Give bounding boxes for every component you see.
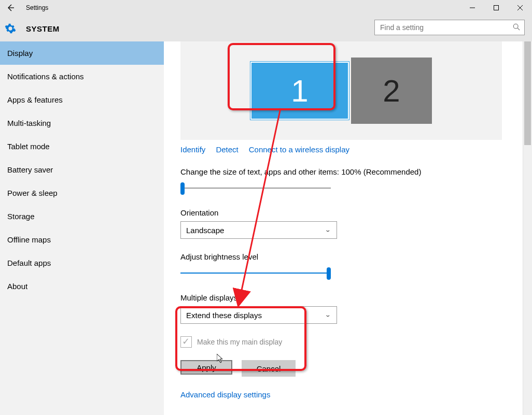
sidebar-item-tabletmode[interactable]: Tablet mode bbox=[0, 135, 164, 158]
monitor-1[interactable]: 1 bbox=[250, 62, 349, 120]
chevron-down-icon: ⌄ bbox=[325, 312, 331, 318]
sidebar-item-defaultapps[interactable]: Default apps bbox=[0, 251, 164, 275]
scale-slider[interactable] bbox=[180, 182, 331, 195]
title-bar: Settings bbox=[0, 0, 532, 16]
sidebar-item-storage[interactable]: Storage bbox=[0, 205, 164, 228]
wireless-link[interactable]: Connect to a wireless display bbox=[249, 145, 349, 154]
svg-line-5 bbox=[517, 28, 520, 30]
sidebar: Display Notifications & actions Apps & f… bbox=[0, 41, 164, 415]
orientation-select[interactable]: Landscape ⌄ bbox=[180, 221, 337, 239]
apply-button[interactable]: Apply bbox=[180, 360, 232, 375]
maximize-button[interactable] bbox=[484, 0, 508, 16]
svg-rect-1 bbox=[494, 6, 499, 10]
minimize-button[interactable] bbox=[460, 0, 484, 16]
main-display-label: Make this my main display bbox=[197, 338, 282, 346]
sidebar-item-multitasking[interactable]: Multi-tasking bbox=[0, 111, 164, 135]
main-display-checkbox[interactable] bbox=[180, 336, 192, 348]
content-scrollbar[interactable] bbox=[523, 41, 532, 415]
cancel-button[interactable]: Cancel bbox=[242, 360, 296, 377]
svg-point-4 bbox=[513, 24, 518, 28]
search-input[interactable] bbox=[379, 23, 513, 32]
header: SYSTEM bbox=[0, 16, 532, 41]
multidisplay-value: Extend these displays bbox=[186, 311, 262, 320]
multidisplay-label: Multiple displays bbox=[180, 293, 523, 302]
close-button[interactable] bbox=[508, 0, 532, 16]
brightness-slider[interactable] bbox=[180, 267, 331, 280]
monitor-arrangement[interactable]: 1 2 bbox=[180, 41, 502, 140]
window-title: Settings bbox=[26, 4, 48, 11]
back-button[interactable] bbox=[0, 0, 21, 16]
search-icon bbox=[513, 23, 520, 32]
system-heading: SYSTEM bbox=[26, 24, 60, 33]
monitor-2[interactable]: 2 bbox=[351, 58, 432, 124]
content-pane: 1 2 Identify Detect Connect to a wireles… bbox=[164, 41, 523, 415]
sidebar-item-notifications[interactable]: Notifications & actions bbox=[0, 65, 164, 88]
detect-link[interactable]: Detect bbox=[216, 145, 238, 154]
search-box[interactable] bbox=[374, 20, 525, 35]
advanced-display-link[interactable]: Advanced display settings bbox=[180, 390, 270, 399]
sidebar-item-apps[interactable]: Apps & features bbox=[0, 88, 164, 111]
sidebar-item-about[interactable]: About bbox=[0, 275, 164, 298]
scroll-thumb[interactable] bbox=[524, 41, 531, 145]
scale-label: Change the size of text, apps and other … bbox=[180, 167, 523, 176]
identify-link[interactable]: Identify bbox=[180, 145, 205, 154]
sidebar-item-batterysaver[interactable]: Battery saver bbox=[0, 158, 164, 181]
chevron-down-icon: ⌄ bbox=[325, 227, 331, 233]
sidebar-item-offlinemaps[interactable]: Offline maps bbox=[0, 228, 164, 251]
sidebar-item-powersleep[interactable]: Power & sleep bbox=[0, 181, 164, 205]
brightness-label: Adjust brightness level bbox=[180, 252, 523, 261]
sidebar-item-display[interactable]: Display bbox=[0, 41, 164, 65]
multidisplay-select[interactable]: Extend these displays ⌄ bbox=[180, 306, 337, 324]
gear-icon bbox=[0, 16, 21, 41]
orientation-label: Orientation bbox=[180, 208, 523, 217]
orientation-value: Landscape bbox=[186, 226, 224, 235]
